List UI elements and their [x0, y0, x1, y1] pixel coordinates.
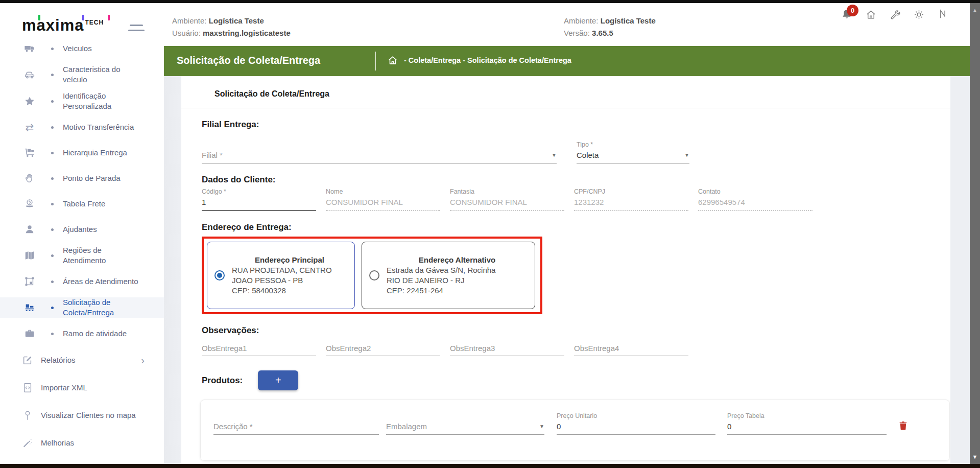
address-line2: RIO DE JANEIRO - RJ	[387, 275, 528, 286]
ambiente-label: Ambiente:	[172, 16, 207, 25]
obs-entrega-3-input[interactable]: ObsEntrega3	[450, 344, 564, 356]
logo-violet-tick	[82, 15, 84, 20]
page-header-bar: Solicitação de Coleta/Entrega - Coleta/E…	[164, 46, 970, 76]
breadcrumb-divider	[375, 52, 376, 71]
content-left-shadow	[164, 76, 181, 464]
tipo-select[interactable]: Tipo * Coleta ▼	[577, 141, 689, 163]
breadcrumb: - Coleta/Entrega - Solicitação de Coleta…	[404, 56, 571, 64]
sidebar-item-visualizar-clientes-mapa[interactable]: Visualizar Clientes no mapa	[0, 405, 164, 426]
sidebar-item-tabela-frete[interactable]: Tabela Frete	[0, 194, 164, 214]
radio-selected-icon[interactable]	[214, 270, 225, 280]
window-bottom-edge	[0, 464, 980, 468]
contato-field: Contato 62996549574	[698, 188, 812, 211]
star-icon	[23, 96, 36, 107]
section-produtos: Produtos:	[202, 376, 243, 386]
form-card: Solicitação de Coleta/Entrega Filial Ent…	[181, 76, 950, 464]
hand-truck-icon	[23, 147, 36, 158]
hamburger-menu-icon[interactable]	[128, 25, 145, 33]
settings-button[interactable]	[913, 9, 925, 21]
header-env-user: Ambiente: Logística Teste Usuário: maxst…	[172, 15, 291, 39]
sidebar-item-melhorias[interactable]: Melhorias	[0, 432, 164, 454]
breadcrumb-home-icon[interactable]	[387, 55, 398, 68]
sidebar-item-areas-atendimento[interactable]: Áreas de Atendimento	[0, 272, 164, 291]
versao-label: Versão:	[564, 29, 590, 37]
address-card-alternativo[interactable]: Endereço Alternativo Estrada da Gávea S/…	[362, 242, 535, 309]
tipo-label: Tipo *	[577, 141, 689, 148]
ambiente-value: Logística Teste	[209, 16, 264, 25]
sidebar-item-ramo-atividade[interactable]: Ramo de atividade	[0, 324, 164, 343]
hand-icon	[23, 173, 36, 184]
sidebar-item-motivo-transferencia[interactable]: ⇄ Motivo Transferência	[0, 118, 164, 137]
map-icon	[23, 250, 36, 261]
sidebar-item-importar-xml[interactable]: Importar XML	[0, 377, 164, 399]
header-icon-cluster: 0	[841, 9, 961, 21]
radio-unselected-icon[interactable]	[369, 270, 379, 280]
sidebar-item-solicitacao-coleta-entrega[interactable]: Solicitação de Coleta/Entrega	[0, 297, 164, 318]
sidebar-item-regioes-atendimento[interactable]: Regiões de Atendimento	[0, 245, 164, 266]
person-icon	[23, 224, 36, 235]
scroll-up-icon[interactable]: ▲	[970, 7, 980, 13]
notifications-button[interactable]: 0	[841, 9, 853, 21]
fantasia-value: CONSUMIDOR FINAL	[450, 198, 527, 206]
sidebar-item-identificacao-personalizada[interactable]: Identificação Personalizada	[0, 91, 164, 111]
embalagem-select[interactable]: Embalagem ▼	[386, 422, 544, 435]
bullet-icon	[51, 333, 54, 335]
obs-entrega-2-input[interactable]: ObsEntrega2	[326, 344, 440, 356]
address-title: Endereço Principal	[232, 255, 347, 265]
bullet-icon	[51, 254, 54, 257]
area-frame-icon	[23, 276, 36, 287]
scroll-down-icon[interactable]: ▼	[970, 454, 980, 460]
window-top-edge	[0, 0, 980, 3]
cliente-row: Código * 1 Nome CONSUMIDOR FINAL Fantasi…	[202, 188, 930, 211]
header-env-version: Ambiente: Logística Teste Versão: 3.65.5	[564, 15, 656, 39]
sidebar-item-caracteristica-veiculo[interactable]: Caracteristica do veículo	[0, 64, 164, 85]
transfer-arrows-icon: ⇄	[23, 122, 36, 132]
chevron-right-icon: ›	[141, 355, 145, 365]
bullet-icon	[51, 74, 54, 76]
nome-value: CONSUMIDOR FINAL	[326, 198, 403, 206]
notification-badge: 0	[847, 5, 858, 16]
sidebar-item-relatorios[interactable]: Relatórios ›	[0, 349, 164, 371]
bullet-icon	[51, 203, 54, 205]
vertical-scrollbar[interactable]: ▲ ▼	[970, 3, 980, 464]
obs-entrega-4-input[interactable]: ObsEntrega4	[574, 344, 688, 356]
descricao-input[interactable]: Descrição *	[213, 422, 379, 435]
car-icon	[23, 69, 36, 80]
preco-unitario-value: 0	[557, 422, 561, 431]
address-card-principal[interactable]: Endereço Principal RUA PROJETADA, CENTRO…	[207, 242, 355, 309]
bullet-icon	[51, 152, 54, 154]
plus-icon: +	[275, 375, 281, 386]
pallet-icon	[23, 302, 36, 313]
briefcase-icon	[23, 328, 36, 339]
section-dados-cliente: Dados do Cliente:	[202, 175, 930, 185]
tools-button[interactable]	[889, 9, 901, 21]
section-endereco-entrega: Endereço de Entrega:	[202, 222, 930, 232]
maxima-tech-logo[interactable]: maximaTECH	[22, 16, 104, 35]
codigo-value: 1	[202, 198, 206, 206]
fantasia-field: Fantasia CONSUMIDOR FINAL	[450, 188, 564, 211]
address-highlight-box: Endereço Principal RUA PROJETADA, CENTRO…	[202, 237, 542, 314]
map-pin-icon	[21, 410, 34, 421]
obs-entrega-1-input[interactable]: ObsEntrega1	[202, 344, 316, 356]
delete-product-button[interactable]	[898, 420, 909, 435]
bullet-icon	[51, 100, 54, 103]
filial-select[interactable]: Filial * ▼	[202, 151, 557, 163]
sidebar-item-ponto-de-parada[interactable]: Ponto de Parada	[0, 169, 164, 188]
sidebar-item-hierarquia-entrega[interactable]: Hierarquia Entrega	[0, 143, 164, 162]
address-line2: JOAO PESSOA - PB	[232, 275, 347, 286]
preco-unitario-field[interactable]: Preço Unitario 0	[557, 412, 715, 435]
address-title: Endereço Alternativo	[387, 255, 528, 265]
sidebar-item-ajudantes[interactable]: Ajudantes	[0, 220, 164, 239]
nav-button[interactable]	[937, 9, 949, 21]
codigo-field[interactable]: Código * 1	[202, 188, 316, 211]
nome-field: Nome CONSUMIDOR FINAL	[326, 188, 440, 211]
usuario-value: maxstring.logisticateste	[203, 29, 291, 37]
home-button[interactable]	[865, 9, 877, 21]
product-row-card: Descrição * Embalagem ▼ Preço Unitario 0…	[200, 400, 950, 461]
magic-wand-icon	[21, 437, 34, 449]
address-line1: Estrada da Gávea S/N, Rocinha	[387, 265, 528, 275]
bullet-icon	[51, 228, 54, 231]
preco-tabela-field[interactable]: Preço Tabela 0	[727, 412, 887, 435]
add-product-button[interactable]: +	[258, 370, 298, 390]
ambiente2-value: Logística Teste	[601, 16, 656, 25]
